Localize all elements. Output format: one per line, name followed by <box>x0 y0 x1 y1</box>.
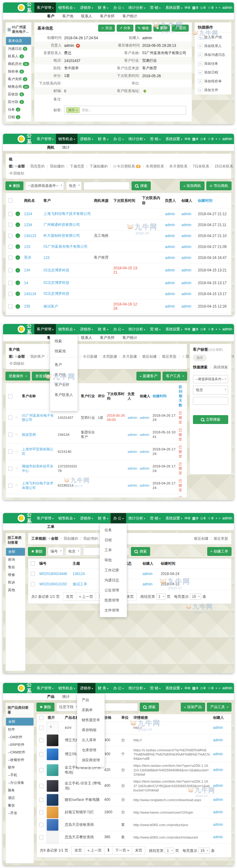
customer-link[interactable]: 能波贸易 <box>21 431 57 439</box>
creator-cell[interactable]: admin <box>212 821 229 829</box>
filter-op-select[interactable]: 包含 <box>65 547 81 556</box>
row-checkbox[interactable] <box>8 256 12 260</box>
search-button[interactable]: 搜索 <box>132 181 151 190</box>
row-checkbox[interactable] <box>39 726 43 730</box>
product-image[interactable] <box>46 764 59 776</box>
view-filter[interactable]: ≡全部 <box>48 536 58 541</box>
view-filter[interactable]: 本周新建 <box>97 354 117 359</box>
owner-cell[interactable]: admin <box>164 209 180 219</box>
nav-menu-item[interactable]: 销售机会 <box>56 324 77 334</box>
sidebar-item[interactable]: --CRM软件 <box>6 749 34 756</box>
status-counter[interactable]: ☆0 <box>207 327 213 331</box>
tags-input[interactable]: 演示x 添加... <box>64 106 186 115</box>
delete-button[interactable]: ✖删除 <box>5 181 23 190</box>
app-brand[interactable]: 办公系统 <box>18 134 32 152</box>
quick-action-item[interactable]: 添加联系人 <box>195 42 231 51</box>
view-filter[interactable]: 下属负责 <box>64 164 84 168</box>
dropdown-item[interactable]: 客户 <box>50 360 77 370</box>
column-header[interactable]: 下次联系时间 <box>112 196 141 206</box>
filter-field-select[interactable]: --请选择筛选条件-- <box>25 181 64 190</box>
column-header[interactable]: 创建人 <box>139 392 151 400</box>
row-checkbox[interactable] <box>39 752 43 756</box>
product-image[interactable] <box>46 806 59 818</box>
column-header[interactable]: 商机来源 <box>93 196 112 206</box>
row-checkbox[interactable] <box>39 810 43 814</box>
row-checkbox[interactable] <box>31 572 35 576</box>
quick-action-item[interactable]: 添加任务 <box>195 59 231 68</box>
column-header[interactable]: 创建时间 <box>160 559 229 569</box>
nav-menu-item[interactable]: 系统设置 <box>163 324 184 334</box>
dropdown-item[interactable]: 投票管理 <box>100 595 127 606</box>
dropdown-item[interactable]: 客户关怀 <box>50 380 77 390</box>
status-counter[interactable]: ☆0 <box>207 137 213 141</box>
dropdown-item[interactable]: 仓库管理 <box>77 745 104 755</box>
row-checkbox[interactable] <box>8 268 12 272</box>
submenu-item[interactable]: 客户统计 <box>123 14 137 19</box>
quick-action-item[interactable]: 添加报价单 <box>195 77 231 86</box>
sidebar-item[interactable]: 餐饮 <box>6 802 34 809</box>
row-checkbox[interactable] <box>8 467 12 471</box>
sidebar-item[interactable]: 报价单5 <box>6 68 31 75</box>
creator-cell[interactable]: admin <box>212 782 229 789</box>
status-counter[interactable]: ✉0 <box>184 137 190 141</box>
column-header[interactable]: 负责人 <box>164 196 180 206</box>
creator-cell[interactable]: admin <box>212 796 229 804</box>
customer-link[interactable]: 上海飞利信电子技术有限公司 <box>21 479 57 492</box>
nav-menu-item[interactable]: 系统设置 <box>163 2 184 13</box>
opportunity-link[interactable]: 123 <box>23 242 42 252</box>
dropdown-item[interactable]: 公告管理 <box>100 585 127 595</box>
nav-menu-item[interactable]: 财 务 <box>95 513 111 523</box>
favorite-star-icon[interactable] <box>15 449 21 454</box>
row-checkbox[interactable] <box>8 245 12 249</box>
page-button[interactable]: 下一页 » <box>112 846 132 855</box>
sidebar-item[interactable]: --ERP软件 <box>6 741 34 749</box>
status-counter[interactable]: ◇0 <box>200 137 205 141</box>
view-filter[interactable]: 我处理的 <box>78 536 98 541</box>
nav-menu-item[interactable]: 进销存 <box>77 513 95 523</box>
product-tools-button[interactable]: 产品工具 <box>207 703 232 711</box>
delete-button[interactable]: ✖删除 <box>28 547 46 556</box>
opportunity-link[interactable]: 1234 <box>23 220 42 230</box>
customer-name-header[interactable]: 01广州蓝盾光电子... <box>6 23 31 37</box>
nav-menu-item[interactable]: 系统设置 <box>163 683 184 693</box>
select-all-checkbox[interactable] <box>8 394 12 398</box>
creator-cell[interactable]: admin <box>180 220 197 230</box>
creator-cell[interactable]: admin <box>139 482 151 489</box>
column-header[interactable]: 距到期天数 <box>178 383 184 409</box>
action-button[interactable]: ✎修改 <box>135 25 151 32</box>
view-filter[interactable]: 下属创建的 <box>84 164 108 168</box>
sidebar-item[interactable]: 咨询 <box>6 556 25 563</box>
row-checkbox[interactable] <box>8 450 12 454</box>
sidebar-item[interactable]: 应付款2 <box>6 98 31 106</box>
filter-field-select[interactable]: 任意字段 <box>56 703 79 711</box>
dropdown-item[interactable]: 客户池 <box>50 370 77 380</box>
sidebar-item[interactable]: 销售合同24 <box>6 83 31 91</box>
nav-menu-item[interactable]: 客户管理 <box>34 324 56 334</box>
sidebar-item[interactable]: 全部 <box>6 718 34 726</box>
nav-menu-item[interactable]: 营 销 <box>148 134 163 144</box>
nav-menu-item[interactable]: 财 务 <box>95 134 111 144</box>
submenu-item[interactable]: 客户关怀 <box>100 335 114 340</box>
workorder-id-link[interactable]: W020180424446 <box>38 569 71 579</box>
column-header[interactable]: 创建人 <box>212 714 229 721</box>
nav-menu-item[interactable]: 财 务 <box>95 324 111 334</box>
creator-cell[interactable]: admin <box>212 724 229 732</box>
submenu-item[interactable]: 工单 <box>47 524 55 529</box>
view-filter[interactable]: 我的客户 <box>25 354 45 359</box>
sidebar-item[interactable]: --手机 <box>6 771 34 779</box>
nav-menu-item[interactable]: 统计分析 <box>126 513 148 523</box>
app-brand[interactable]: 办公系统 <box>18 324 32 342</box>
nav-menu-item[interactable]: 办 公 <box>111 2 126 13</box>
tag-remove-icon[interactable]: x <box>76 108 78 112</box>
nav-menu-item[interactable]: 统计分析 <box>126 683 148 693</box>
select-all-checkbox[interactable] <box>31 561 35 566</box>
sidebar-item[interactable]: --开发 <box>6 809 34 817</box>
status-counter[interactable]: ◇0 <box>200 5 205 10</box>
batch-actions-button[interactable]: 批量操作 <box>5 372 30 380</box>
filter-op-select[interactable]: 包含 <box>193 386 228 395</box>
favorite-star-icon[interactable] <box>15 432 21 437</box>
dropdown-item[interactable]: 日程 <box>100 535 127 545</box>
product-image[interactable] <box>46 819 59 831</box>
filter-field-select[interactable]: 编号 <box>48 547 64 556</box>
workorder-id-link[interactable]: W020180413192 <box>38 579 71 589</box>
